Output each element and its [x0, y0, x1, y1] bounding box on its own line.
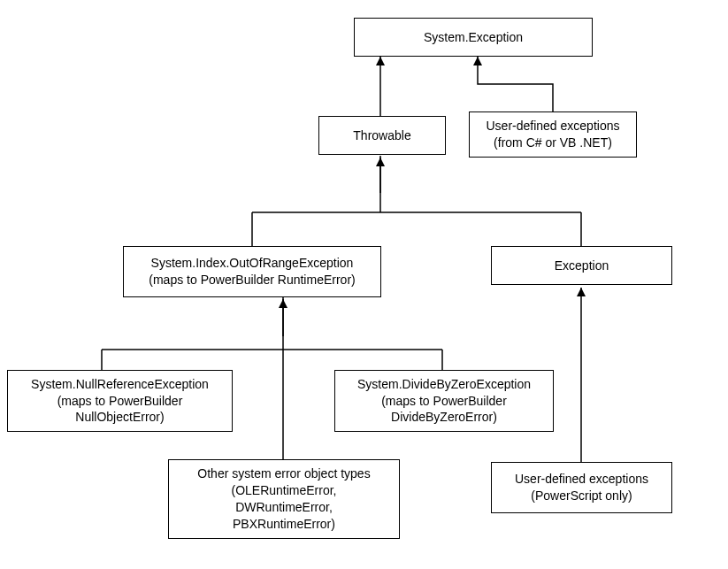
node-other-system-errors: Other system error object types (OLERunt…: [168, 459, 400, 539]
node-label: Throwable: [353, 127, 410, 144]
node-system-exception: System.Exception: [354, 18, 593, 57]
node-label-line: System.DivideByZeroException: [357, 376, 531, 393]
node-label-line: System.Index.OutOfRangeException: [151, 255, 354, 272]
node-label-line: (PowerScript only): [531, 488, 632, 504]
node-label-line: (maps to PowerBuilder: [57, 393, 183, 410]
node-label-line: (maps to PowerBuilder: [381, 393, 507, 410]
node-user-defined-csharp-vb: User-defined exceptions (from C# or VB .…: [469, 111, 637, 158]
node-throwable: Throwable: [318, 116, 446, 155]
node-label: Exception: [555, 258, 609, 274]
node-label-line: (maps to PowerBuilder RuntimeError): [149, 272, 355, 288]
node-divide-by-zero-exception: System.DivideByZeroException (maps to Po…: [334, 370, 554, 432]
node-system-index-outofrange: System.Index.OutOfRangeException (maps t…: [123, 246, 381, 297]
node-label-line: (OLERuntimeError,: [231, 482, 336, 499]
node-label-line: NullObjectError): [75, 409, 164, 426]
node-label-line: DivideByZeroError): [391, 409, 497, 426]
node-label-line: (from C# or VB .NET): [494, 135, 612, 151]
node-label-line: System.NullReferenceException: [31, 376, 209, 393]
node-label-line: User-defined exceptions: [515, 471, 648, 488]
exception-hierarchy-diagram: System.Exception Throwable User-defined …: [0, 0, 728, 569]
node-label: System.Exception: [424, 29, 523, 46]
node-null-reference-exception: System.NullReferenceException (maps to P…: [7, 370, 233, 432]
node-exception: Exception: [491, 246, 672, 285]
node-label-line: Other system error object types: [197, 465, 370, 482]
node-user-defined-powerscript: User-defined exceptions (PowerScript onl…: [491, 462, 672, 513]
node-label-line: PBXRuntimeError): [233, 516, 335, 533]
node-label-line: DWRuntimeError,: [235, 499, 333, 516]
node-label-line: User-defined exceptions: [487, 118, 620, 135]
